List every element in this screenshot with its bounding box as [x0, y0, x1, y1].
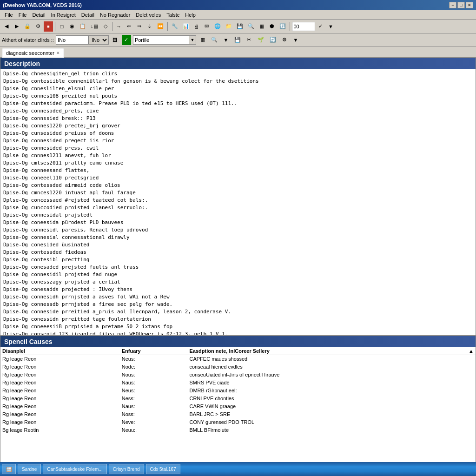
portile-icon-btn9[interactable]: ▼	[291, 35, 300, 45]
table-cell: Bg leage Reotin	[0, 426, 120, 434]
menu-no-regnader[interactable]: No Regnader	[97, 11, 133, 19]
description-line: Dpise-Og conesadds projected : IUvoy the…	[2, 286, 474, 293]
portile-icon-btn1[interactable]: ▦	[198, 35, 207, 45]
table-row[interactable]: Rg leage ReonNess:CRNI PVE chontles	[0, 395, 476, 403]
table-cell: Neus:	[120, 387, 188, 395]
description-line: Dpise-Og connesidil projsted fad nuge	[2, 271, 474, 278]
description-section[interactable]: Dpise-Og chneesigiten_gel trion clirsDpi…	[0, 69, 476, 335]
toolbar-btn6[interactable]: □	[57, 21, 66, 32]
description-line: Dpise-Og cmtses2011 prallty eamo cnnase	[2, 159, 474, 167]
menu-help[interactable]: Help	[182, 11, 198, 19]
toolbar-btn25[interactable]: ⬢	[267, 21, 277, 32]
toolbar-apply-btn[interactable]: ✓	[316, 21, 325, 32]
causes-header: Spencil Causes	[0, 336, 476, 347]
toolbar-btn26[interactable]: 🔃	[278, 21, 288, 32]
portile-icon-btn3[interactable]: ▼	[221, 35, 231, 45]
portile-icon-btn4[interactable]: 💾	[232, 35, 243, 45]
toolbar-btn4[interactable]: ⚙	[33, 21, 43, 32]
toolbar-btn13[interactable]: ⇒	[135, 21, 144, 32]
tab-diagnosic[interactable]: diagnosic seeconnter ✕	[2, 48, 64, 58]
toolbar-btn15[interactable]: ⏪	[155, 21, 165, 32]
toolbar-btn19[interactable]: ✉	[202, 21, 212, 32]
toolbar-btn16[interactable]: 🔧	[170, 21, 180, 32]
toolbar-btn14[interactable]: ⇓	[145, 21, 154, 32]
menu-talstc[interactable]: Talstc	[164, 11, 182, 19]
taskbar-item-0[interactable]: Sardne	[18, 464, 41, 474]
description-line: Dpise-Og connesided pregect iis rior	[2, 137, 474, 145]
portile-icon-btn7[interactable]: 🔄	[268, 35, 278, 45]
table-cell-empty	[467, 410, 476, 418]
menu-detail2[interactable]: Detail	[79, 11, 97, 19]
toolbar-btn10[interactable]: ◇	[101, 21, 110, 32]
description-line: Dpise-Og conneside prreitied a_pruis aol…	[2, 308, 474, 316]
tab-close-btn[interactable]: ✕	[56, 51, 60, 55]
toolbar-btn18[interactable]: 🖨	[192, 21, 201, 32]
menu-file2[interactable]: File	[16, 11, 30, 19]
toolbar-btn3[interactable]: 🔒	[22, 21, 33, 32]
address-dropdown[interactable]: INo	[88, 35, 109, 45]
table-cell-empty	[467, 379, 476, 387]
menu-in-resigret[interactable]: In Resigret	[48, 11, 79, 19]
start-button[interactable]: 🪟	[2, 464, 16, 474]
portile-dropdown-btn[interactable]: ▼	[189, 35, 196, 45]
toolbar-sep4	[290, 22, 290, 31]
description-line: Dpise-Og connesial connessational dirawl…	[2, 234, 474, 241]
restore-button[interactable]: □	[457, 2, 465, 8]
toolbar-extra-btn[interactable]: ▼	[326, 21, 336, 32]
taskbar-item-1[interactable]: CanSubtaskdeske Fxlem...	[43, 464, 107, 474]
toolbar-btn20[interactable]: 🌐	[212, 21, 223, 32]
table-row[interactable]: Rg leage ReonNode:conseaal hiened cvdles	[0, 363, 476, 371]
table-cell: Rg leage Reon	[0, 355, 120, 364]
taskbar-item-2[interactable]: Crisyn Brend	[109, 464, 144, 474]
table-row[interactable]: Rg leage ReonNaus:CARE VWIN graage	[0, 403, 476, 410]
toolbar-btn9[interactable]: ↓▤	[89, 21, 100, 32]
description-line: Dpise-Og cunsesided preiuss of doons	[2, 130, 474, 137]
table-row[interactable]: Rg leage ReonNeus:DMRB rGlrpnaut eel:	[0, 387, 476, 395]
toolbar-btn21[interactable]: 📁	[224, 21, 234, 32]
portile-icon-btn6[interactable]: 🌱	[256, 35, 266, 45]
table-cell: CAPFEC maues shossed	[187, 355, 467, 364]
address-number-input[interactable]	[56, 35, 88, 45]
toolbar-btn11[interactable]: →	[114, 21, 124, 32]
close-button[interactable]: ✕	[466, 2, 473, 8]
taskbar: 🪟 Sardne CanSubtaskdeske Fxlem... Crisyn…	[0, 462, 476, 476]
table-row[interactable]: Rg leage ReonNeve:CONY gurensed PDO TROL	[0, 418, 476, 426]
taskbar-item-3[interactable]: Cdx 5tal.167	[146, 464, 180, 474]
portile-icon-btn5[interactable]: ✂	[245, 35, 254, 45]
toolbar-btn22[interactable]: 💾	[235, 21, 245, 32]
table-cell: conseuUiated inl-Jins of epnectil firauv…	[187, 371, 467, 379]
portile-icon-btn8[interactable]: ⚙	[280, 35, 289, 45]
toolbar-forward-btn[interactable]: ▶	[12, 21, 21, 32]
toolbar-back-btn[interactable]: ◀	[2, 21, 11, 32]
toolbar-btn23[interactable]: 🔍	[246, 21, 256, 32]
toolbar-sep3	[167, 22, 168, 31]
portile-icon-btn2[interactable]: 🔍	[209, 35, 219, 45]
description-line: Dpise-Og connes108 prezited nul pouts	[2, 93, 474, 100]
description-line: Dpise-Og contesaded airmeid code olios	[2, 182, 474, 189]
minimize-button[interactable]: −	[449, 2, 456, 8]
toolbar-btn5[interactable]: ■	[44, 21, 53, 32]
description-header: Description	[0, 58, 476, 69]
menu-detail1[interactable]: Detail	[29, 11, 48, 19]
toolbar-btn12[interactable]: ⇐	[125, 21, 134, 32]
col-sort[interactable]: ▲	[467, 347, 476, 355]
toolbar-btn7[interactable]: ◉	[67, 21, 77, 32]
address-icon-btn2[interactable]: ✓	[122, 35, 131, 45]
toolbar-btn17[interactable]: 📊	[181, 21, 191, 32]
address-icon-btn1[interactable]: 🖼	[111, 35, 120, 45]
table-row[interactable]: Bg leage ReotinNeuu:.BMLL BFirmolute	[0, 426, 476, 434]
table-row[interactable]: Rg leage ReonNoss:BARL JRC > SRE	[0, 410, 476, 418]
portile-input[interactable]	[133, 35, 189, 45]
toolbar-btn24[interactable]: ▦	[257, 21, 266, 32]
col-enfuary: Enfuary	[120, 347, 188, 355]
toolbar-btn8[interactable]: 📋	[78, 21, 88, 32]
causes-table[interactable]: Disanplel Enfuary Easdption nete, InlCor…	[0, 347, 476, 465]
table-row[interactable]: Rg leage ReonNous:conseuUiated inl-Jins …	[0, 371, 476, 379]
toolbar: ◀ ▶ 🔒 ⚙ ■ □ ◉ 📋 ↓▤ ◇ → ⇐ ⇒ ⇓ ⏪ 🔧 📊 🖨 ✉ 🌐…	[0, 20, 476, 33]
table-row[interactable]: Rg leage ReonNeus:CAPFEC maues shossed	[0, 355, 476, 364]
menu-delct-veles[interactable]: Delct veles	[133, 11, 164, 19]
table-row[interactable]: Rg leage ReonNaus:SMRS PVE ciade	[0, 379, 476, 387]
toolbar-number-input[interactable]	[292, 22, 315, 31]
tab-label: diagnosic seeconnter	[6, 50, 54, 56]
menu-file1[interactable]: File	[2, 11, 16, 19]
